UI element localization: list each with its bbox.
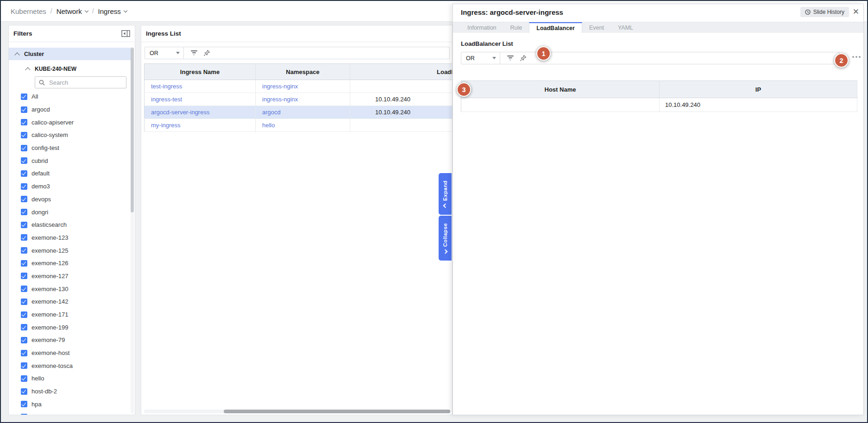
checkbox-checked-icon[interactable] [21, 93, 27, 100]
namespace-link[interactable]: ingress-nginx [262, 83, 298, 90]
checkbox-checked-icon[interactable] [21, 350, 27, 356]
namespace-checkbox-item[interactable]: dongri [9, 205, 132, 218]
loadbalancer-list-title: LoadBalancer List [461, 40, 513, 47]
namespace-checkbox-item[interactable]: exemone-tosca [9, 359, 132, 372]
tree-node-cluster-name[interactable]: KUBE-240-NEW [9, 63, 132, 75]
filter-operator-select[interactable]: OR [145, 47, 184, 59]
checkbox-checked-icon[interactable] [21, 260, 27, 267]
scrollbar-thumb[interactable] [131, 48, 134, 212]
namespace-checkbox-item[interactable]: demo3 [9, 180, 132, 193]
checkbox-checked-icon[interactable] [21, 375, 27, 382]
checkbox-checked-icon[interactable] [21, 106, 27, 113]
checkbox-checked-icon[interactable] [21, 324, 27, 330]
ingress-name-link[interactable]: my-ingress [151, 122, 181, 129]
ingress-table-row: my-ingress hello [145, 119, 453, 132]
namespace-checkbox-item[interactable]: elasticsearch [9, 218, 132, 231]
more-options-icon[interactable] [852, 56, 861, 58]
checkbox-checked-icon[interactable] [21, 286, 27, 292]
sidebar-scrollbar[interactable] [131, 47, 134, 414]
checkbox-checked-icon[interactable] [21, 247, 27, 254]
namespace-checkbox-item[interactable]: config-test [9, 142, 132, 155]
filter-icon[interactable] [507, 56, 514, 61]
tab-rule[interactable]: Rule [503, 22, 529, 33]
namespace-link[interactable]: argocd [262, 109, 281, 116]
cluster-label: Cluster [24, 51, 44, 57]
namespace-checkbox-item[interactable]: exemone-199 [9, 321, 132, 334]
checkbox-checked-icon[interactable] [21, 311, 27, 318]
ingress-name-link[interactable]: ingress-test [151, 96, 182, 103]
checkbox-checked-icon[interactable] [21, 388, 27, 395]
namespace-checkbox-item[interactable]: exemone-142 [9, 295, 132, 308]
ingress-name-link[interactable]: test-ingress [151, 83, 182, 90]
namespace-label: exemone-79 [31, 336, 65, 343]
ingress-name-link[interactable]: argocd-server-ingress [151, 109, 209, 116]
namespace-label: host-db-2 [31, 388, 57, 395]
filters-sidebar: Filters Cluster KUBE-240-NEW All argo [8, 25, 135, 415]
namespace-checkbox-item[interactable]: exemone-125 [9, 244, 132, 257]
namespace-checkbox-item[interactable]: All [9, 90, 132, 103]
checkbox-checked-icon[interactable] [21, 170, 27, 177]
loadbalancer-filter-toolbar: OR [461, 52, 840, 64]
breadcrumb-ingress-dropdown[interactable]: Ingress [98, 7, 127, 15]
namespace-checkbox-item[interactable]: host-db-2 [9, 385, 132, 398]
namespace-checkbox-item[interactable]: hello [9, 372, 132, 385]
namespace-checkbox-item[interactable]: exemone-130 [9, 282, 132, 295]
namespace-checkbox-item[interactable]: hpa [9, 398, 132, 411]
namespace-checkbox-item[interactable]: exemone-126 [9, 257, 132, 270]
ingress-detail-panel: Ingress: argocd-server-ingress Slide His… [453, 4, 864, 415]
tab-loadbalancer[interactable]: LoadBalancer [529, 22, 582, 33]
namespace-label: calico-apiserver [31, 119, 74, 126]
namespace-checkbox-item[interactable]: argocd [9, 103, 132, 116]
close-icon[interactable]: ✕ [853, 6, 859, 18]
collapse-button[interactable]: Collapse [439, 216, 452, 261]
scrollbar-thumb[interactable] [224, 410, 450, 413]
breadcrumb-kubernetes[interactable]: Kubernetes [11, 7, 46, 15]
slide-history-button[interactable]: Slide History [800, 7, 849, 17]
checkbox-checked-icon[interactable] [21, 414, 27, 415]
tab-yaml[interactable]: YAML [611, 22, 640, 33]
pin-icon[interactable] [520, 55, 527, 62]
checkbox-checked-icon[interactable] [21, 145, 27, 151]
expand-button[interactable]: Expand [439, 173, 452, 215]
checkbox-checked-icon[interactable] [21, 132, 27, 138]
checkbox-checked-icon[interactable] [21, 119, 27, 125]
namespace-link[interactable]: ingress-nginx [262, 96, 298, 103]
checkbox-checked-icon[interactable] [21, 196, 27, 202]
tree-node-cluster[interactable]: Cluster [9, 48, 132, 60]
namespace-checkbox-item[interactable]: exemone-79 [9, 334, 132, 347]
tab-event[interactable]: Event [582, 22, 611, 33]
checkbox-checked-icon[interactable] [21, 337, 27, 343]
namespace-checkbox-item[interactable] [9, 411, 132, 415]
namespace-checkbox-item[interactable]: calico-apiserver [9, 116, 132, 129]
namespace-checkbox-item[interactable]: exemone-171 [9, 308, 132, 321]
breadcrumb-network-dropdown[interactable]: Network [57, 7, 88, 15]
filter-operator-select[interactable]: OR [461, 52, 500, 64]
column-header-namespace: Namespace [256, 64, 350, 80]
namespace-checkbox-item[interactable]: default [9, 167, 132, 180]
checkbox-checked-icon[interactable] [21, 209, 27, 215]
checkbox-checked-icon[interactable] [21, 157, 27, 164]
checkbox-checked-icon[interactable] [21, 234, 27, 241]
tab-information[interactable]: Information [460, 22, 503, 33]
filter-icon[interactable] [190, 50, 197, 56]
namespace-checkbox-item[interactable]: calico-system [9, 129, 132, 142]
namespace-checkbox-item[interactable]: exemone-123 [9, 231, 132, 244]
ingress-table: Ingress Name Namespace LoadB test-ingres… [144, 63, 453, 132]
checkbox-checked-icon[interactable] [21, 183, 27, 190]
checkbox-checked-icon[interactable] [21, 401, 27, 407]
search-input[interactable] [48, 79, 115, 87]
namespace-link[interactable]: hello [262, 122, 275, 129]
checkbox-checked-icon[interactable] [21, 362, 27, 369]
namespace-checkbox-item[interactable]: devops [9, 193, 132, 206]
checkbox-checked-icon[interactable] [21, 299, 27, 305]
namespace-checkbox-item[interactable]: exemone-127 [9, 270, 132, 283]
checkbox-checked-icon[interactable] [21, 222, 27, 228]
checkbox-checked-icon[interactable] [21, 273, 27, 279]
horizontal-scrollbar[interactable] [144, 410, 450, 413]
collapse-sidebar-icon[interactable] [121, 30, 130, 37]
ingress-list-title: Ingress List [146, 30, 181, 37]
namespace-checkbox-item[interactable]: cubrid [9, 154, 132, 167]
namespace-checkbox-item[interactable]: exemone-host [9, 347, 132, 360]
pin-icon[interactable] [203, 50, 210, 56]
namespace-label: exemone-126 [31, 260, 69, 267]
